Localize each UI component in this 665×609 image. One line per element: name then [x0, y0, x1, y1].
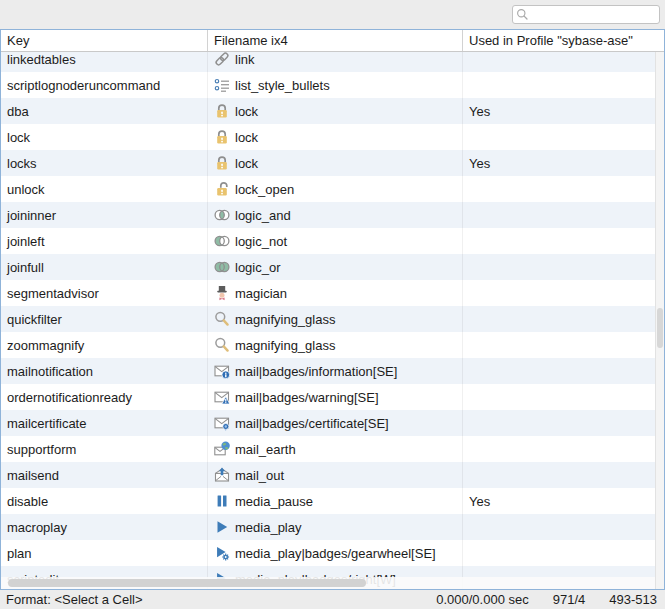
- cell-key[interactable]: joinleft: [1, 228, 208, 254]
- cell-used-in-profile[interactable]: Yes: [463, 488, 664, 514]
- cell-filename[interactable]: logic_or: [208, 254, 463, 280]
- cell-filename[interactable]: logic_and: [208, 202, 463, 228]
- cell-filename[interactable]: media_pause: [208, 488, 463, 514]
- cell-key[interactable]: macroplay: [1, 514, 208, 540]
- cell-used-in-profile[interactable]: [463, 410, 664, 436]
- table-row[interactable]: joininnerlogic_and: [1, 202, 664, 228]
- table-row[interactable]: segmentadvisormagician: [1, 280, 664, 306]
- cell-key[interactable]: locks: [1, 150, 208, 176]
- table-row[interactable]: dbalockYes: [1, 98, 664, 124]
- cell-key[interactable]: scriptlognoderuncommand: [1, 72, 208, 98]
- cell-used-in-profile[interactable]: [463, 254, 664, 280]
- filename-text: mail|badges/warning[SE]: [235, 390, 379, 405]
- cell-key[interactable]: disable: [1, 488, 208, 514]
- column-header-filename[interactable]: Filename ix4: [208, 30, 463, 51]
- cell-key[interactable]: supportform: [1, 436, 208, 462]
- cell-key[interactable]: mailcertificate: [1, 410, 208, 436]
- cell-filename[interactable]: lock: [208, 124, 463, 150]
- cell-key[interactable]: mailnotification: [1, 358, 208, 384]
- cell-filename[interactable]: media_play: [208, 514, 463, 540]
- cell-key[interactable]: joinfull: [1, 254, 208, 280]
- cell-key[interactable]: linkedtables: [1, 52, 208, 72]
- table-row[interactable]: mailnotificationmail|badges/information[…: [1, 358, 664, 384]
- cell-key[interactable]: plan: [1, 540, 208, 566]
- lock-open-icon: [213, 181, 230, 197]
- table-row[interactable]: mailcertificatemail|badges/certificate[S…: [1, 410, 664, 436]
- cell-used-in-profile[interactable]: [463, 332, 664, 358]
- cell-used-in-profile[interactable]: [463, 280, 664, 306]
- cell-key[interactable]: zoommagnify: [1, 332, 208, 358]
- cell-filename[interactable]: media_play|badges/gearwheel[SE]: [208, 540, 463, 566]
- cell-filename[interactable]: magician: [208, 280, 463, 306]
- filename-text: media_play: [235, 520, 302, 535]
- table-row[interactable]: quickfiltermagnifying_glass: [1, 306, 664, 332]
- cell-filename[interactable]: lock: [208, 98, 463, 124]
- column-header-key[interactable]: Key: [1, 30, 208, 51]
- table-row[interactable]: locklock: [1, 124, 664, 150]
- list-style-bullets-icon: [213, 77, 230, 93]
- vertical-scrollbar[interactable]: [655, 52, 664, 589]
- search-field[interactable]: [512, 5, 660, 24]
- table-row[interactable]: zoommagnifymagnifying_glass: [1, 332, 664, 358]
- cell-filename[interactable]: logic_not: [208, 228, 463, 254]
- table-row[interactable]: mailsendmail_out: [1, 462, 664, 488]
- cell-used-in-profile[interactable]: [463, 306, 664, 332]
- table-row[interactable]: unlocklock_open: [1, 176, 664, 202]
- horizontal-scrollbar[interactable]: [1, 577, 655, 589]
- cell-used-in-profile[interactable]: [463, 384, 664, 410]
- table-row[interactable]: joinleftlogic_not: [1, 228, 664, 254]
- cell-used-in-profile[interactable]: [463, 540, 664, 566]
- cell-used-in-profile[interactable]: [463, 228, 664, 254]
- column-header-used-in-profile[interactable]: Used in Profile "sybase-ase": [463, 30, 664, 51]
- cell-key[interactable]: dba: [1, 98, 208, 124]
- table-row[interactable]: planmedia_play|badges/gearwheel[SE]: [1, 540, 664, 566]
- cell-used-in-profile[interactable]: [463, 176, 664, 202]
- search-input[interactable]: [529, 7, 659, 22]
- cell-key[interactable]: joininner: [1, 202, 208, 228]
- cell-used-in-profile[interactable]: [463, 358, 664, 384]
- cell-key[interactable]: mailsend: [1, 462, 208, 488]
- cell-filename[interactable]: mail|badges/certificate[SE]: [208, 410, 463, 436]
- table-row[interactable]: disablemedia_pauseYes: [1, 488, 664, 514]
- cell-used-in-profile[interactable]: [463, 514, 664, 540]
- cell-filename[interactable]: magnifying_glass: [208, 332, 463, 358]
- cell-filename[interactable]: link: [208, 52, 463, 72]
- filename-text: mail_earth: [235, 442, 296, 457]
- cell-filename[interactable]: mail|badges/warning[SE]: [208, 384, 463, 410]
- cell-filename[interactable]: magnifying_glass: [208, 306, 463, 332]
- cell-used-in-profile[interactable]: Yes: [463, 150, 664, 176]
- cell-used-in-profile[interactable]: [463, 52, 664, 72]
- table-row[interactable]: lockslockYes: [1, 150, 664, 176]
- table-row[interactable]: ordernotificationreadymail|badges/warnin…: [1, 384, 664, 410]
- cell-filename[interactable]: mail|badges/information[SE]: [208, 358, 463, 384]
- cell-used-in-profile[interactable]: [463, 462, 664, 488]
- filename-text: logic_and: [235, 208, 291, 223]
- filename-text: lock: [235, 104, 258, 119]
- cell-key[interactable]: segmentadvisor: [1, 280, 208, 306]
- table-row[interactable]: joinfulllogic_or: [1, 254, 664, 280]
- cell-used-in-profile[interactable]: [463, 202, 664, 228]
- cell-filename[interactable]: lock: [208, 150, 463, 176]
- table-row[interactable]: linkedtableslink: [1, 52, 664, 72]
- mail-certificate-icon: [213, 415, 230, 431]
- horizontal-scrollbar-thumb[interactable]: [8, 579, 366, 587]
- search-icon: [516, 8, 529, 21]
- cell-key[interactable]: unlock: [1, 176, 208, 202]
- cell-used-in-profile[interactable]: [463, 72, 664, 98]
- cell-filename[interactable]: mail_out: [208, 462, 463, 488]
- cell-used-in-profile[interactable]: Yes: [463, 98, 664, 124]
- cell-key[interactable]: quickfilter: [1, 306, 208, 332]
- cell-filename[interactable]: lock_open: [208, 176, 463, 202]
- vertical-scrollbar-thumb[interactable]: [657, 308, 663, 348]
- cell-used-in-profile[interactable]: [463, 124, 664, 150]
- cell-key[interactable]: ordernotificationready: [1, 384, 208, 410]
- cell-used-in-profile[interactable]: [463, 436, 664, 462]
- table-row[interactable]: supportformmail_earth: [1, 436, 664, 462]
- table-row[interactable]: macroplaymedia_play: [1, 514, 664, 540]
- cell-filename[interactable]: mail_earth: [208, 436, 463, 462]
- filename-text: logic_not: [235, 234, 287, 249]
- cell-key[interactable]: lock: [1, 124, 208, 150]
- table-row[interactable]: scriptlognoderuncommandlist_style_bullet…: [1, 72, 664, 98]
- lock-icon: [213, 103, 230, 119]
- cell-filename[interactable]: list_style_bullets: [208, 72, 463, 98]
